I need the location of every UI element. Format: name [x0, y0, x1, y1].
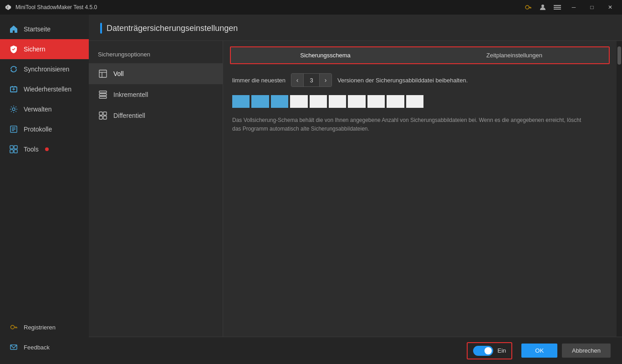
svg-rect-21	[14, 150, 17, 153]
sidebar-item-registrieren[interactable]: Registrieren	[0, 317, 89, 337]
left-panel-header: Sicherungsoptionen	[89, 46, 223, 63]
svg-rect-19	[14, 146, 17, 149]
bottom-bar: Ein OK Abbrechen	[89, 337, 622, 364]
sidebar-label-sichern: Sichern	[24, 46, 45, 53]
version-row: limmer die neuesten ‹ 3 › Versionen der …	[232, 73, 607, 87]
backup-type-inkrementell-label: Inkrementell	[113, 91, 148, 98]
svg-point-22	[11, 325, 15, 329]
mail-icon	[9, 343, 18, 352]
scrollbar-thumb[interactable]	[617, 46, 621, 65]
progress-segment-7	[348, 95, 365, 108]
sidebar-label-wiederherstellen: Wiederherstellen	[24, 86, 71, 93]
right-panel: Sicherungsschema Zeitplaneinstellungen l…	[223, 41, 617, 337]
user-icon[interactable]	[537, 2, 548, 13]
sidebar-bottom: Registrieren Feedback	[0, 317, 89, 364]
ok-button[interactable]: OK	[521, 344, 557, 358]
tab-zeitplaneinstellungen[interactable]: Zeitplaneinstellungen	[420, 47, 609, 63]
sidebar-item-tools[interactable]: Tools	[0, 139, 89, 159]
scrollbar-track[interactable]	[617, 41, 622, 337]
sync-icon	[9, 65, 18, 74]
svg-rect-34	[103, 112, 107, 115]
page-header: Datenträgersicherungseinstellungen	[89, 15, 622, 41]
progress-segment-10	[406, 95, 423, 108]
key-icon	[9, 323, 18, 332]
backup-type-voll[interactable]: Voll	[89, 63, 223, 84]
toggle-label: Ein	[498, 347, 506, 354]
backup-type-voll-label: Voll	[113, 70, 124, 77]
sidebar-item-protokolle[interactable]: Protokolle	[0, 119, 89, 139]
sidebar-label-registrieren: Registrieren	[24, 324, 56, 331]
progress-segment-9	[387, 95, 404, 108]
svg-rect-7	[554, 5, 561, 6]
sidebar-label-protokolle: Protokolle	[24, 126, 52, 133]
gear-icon	[9, 105, 18, 114]
sidebar-label-tools: Tools	[24, 146, 39, 153]
backup-type-inkrementell[interactable]: Inkrementell	[89, 84, 223, 105]
titlebar-controls: ─ □ ✕	[523, 2, 617, 13]
sidebar-label-startseite: Startseite	[24, 25, 51, 33]
version-label-suffix: Versionen der Sicherungsabbilddatei beib…	[337, 77, 468, 84]
tab-sicherungsschema[interactable]: Sicherungsschema	[231, 47, 420, 63]
toggle-switch[interactable]	[473, 346, 493, 356]
svg-rect-32	[99, 96, 107, 98]
version-stepper: ‹ 3 ›	[291, 73, 332, 87]
toggle-section: Ein	[467, 342, 513, 359]
tools-notification-dot	[45, 147, 49, 151]
sidebar-item-sichern[interactable]: Sichern	[0, 39, 89, 59]
stepper-prev-button[interactable]: ‹	[291, 74, 303, 86]
maximize-button[interactable]: □	[585, 2, 599, 13]
svg-rect-35	[99, 116, 102, 119]
svg-rect-8	[554, 7, 561, 8]
left-panel: Sicherungsoptionen Voll	[89, 41, 223, 337]
sidebar-label-synchronisieren: Synchronisieren	[24, 66, 69, 73]
progress-segment-8	[367, 95, 385, 108]
progress-segment-5	[310, 95, 327, 108]
progress-bar-container	[232, 95, 423, 108]
app-logo-icon	[5, 4, 12, 11]
main-layout: Startseite Sichern Synchroni	[0, 15, 622, 364]
svg-rect-33	[99, 112, 102, 115]
svg-rect-9	[554, 9, 561, 10]
grid-icon	[98, 111, 108, 121]
stepper-value: 3	[303, 74, 320, 86]
shield-icon	[9, 45, 18, 54]
svg-point-13	[12, 108, 15, 111]
backup-type-differentiell[interactable]: Differentiell	[89, 105, 223, 126]
home-icon	[9, 25, 18, 34]
stepper-next-button[interactable]: ›	[320, 74, 331, 86]
app-title: MiniTool ShadowMaker Test 4.5.0	[15, 4, 97, 10]
progress-segment-2	[251, 95, 269, 108]
tab-schema-label: Sicherungsschema	[300, 52, 351, 59]
svg-rect-31	[99, 94, 107, 96]
progress-segment-1	[232, 95, 250, 108]
dialog-body: Sicherungsoptionen Voll	[89, 41, 622, 337]
backup-type-differentiell-label: Differentiell	[113, 112, 145, 119]
close-button[interactable]: ✕	[603, 2, 617, 13]
svg-rect-27	[99, 70, 107, 77]
key-icon[interactable]	[523, 2, 534, 13]
content-area: Datenträgersicherungseinstellungen Siche…	[89, 15, 622, 364]
svg-rect-36	[103, 116, 107, 119]
sidebar-item-feedback[interactable]: Feedback	[0, 337, 89, 357]
page-title: Datenträgersicherungseinstellungen	[107, 24, 238, 33]
sidebar-item-startseite[interactable]: Startseite	[0, 19, 89, 39]
version-label-prefix: limmer die neuesten	[232, 77, 286, 84]
sidebar: Startseite Sichern Synchroni	[0, 15, 89, 364]
sidebar-item-wiederherstellen[interactable]: Wiederherstellen	[0, 79, 89, 99]
cancel-button[interactable]: Abbrechen	[562, 344, 611, 358]
titlebar: MiniTool ShadowMaker Test 4.5.0 ─	[0, 0, 622, 15]
svg-rect-18	[10, 146, 13, 149]
restore-icon	[9, 85, 18, 94]
table-icon	[98, 69, 108, 79]
rows-icon	[98, 90, 108, 100]
tab-zeitplan-label: Zeitplaneinstellungen	[486, 52, 542, 59]
svg-point-2	[525, 5, 529, 9]
tabs-row: Sicherungsschema Zeitplaneinstellungen	[230, 46, 610, 64]
header-bar-accent	[100, 23, 102, 34]
sidebar-item-verwalten[interactable]: Verwalten	[0, 99, 89, 119]
svg-point-6	[541, 5, 544, 7]
svg-rect-20	[10, 150, 13, 153]
hamburger-icon[interactable]	[552, 2, 563, 13]
sidebar-item-synchronisieren[interactable]: Synchronisieren	[0, 59, 89, 79]
minimize-button[interactable]: ─	[566, 2, 581, 13]
